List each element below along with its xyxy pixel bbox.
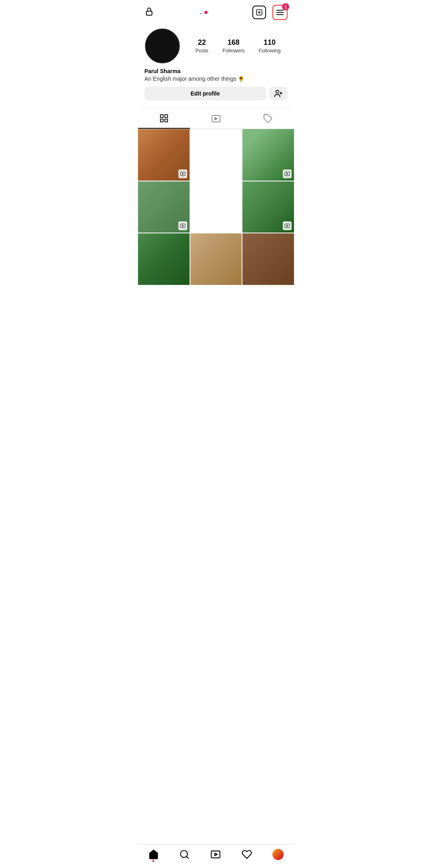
- profile-info: Parul Sharma An English major among othe…: [144, 68, 288, 82]
- following-count: 110: [264, 38, 276, 47]
- avatar[interactable]: [144, 28, 180, 64]
- photo-grid: [138, 129, 294, 285]
- grid-cell[interactable]: [242, 181, 294, 233]
- svg-rect-12: [160, 119, 163, 122]
- posts-label: Posts: [195, 48, 208, 54]
- grid-cell[interactable]: [190, 129, 242, 181]
- followers-stat[interactable]: 168 Followers: [222, 38, 245, 54]
- reels-badge: [178, 169, 187, 178]
- svg-rect-0: [146, 11, 152, 15]
- chevron-down-icon: ⌄: [199, 10, 203, 15]
- tab-grid[interactable]: [138, 109, 190, 129]
- grid-cell[interactable]: [138, 129, 190, 181]
- profile-bio: An English major among other things 🌻: [144, 76, 288, 82]
- profile-name: Parul Sharma: [144, 68, 288, 74]
- username-area[interactable]: ⌄: [199, 10, 208, 15]
- lock-icon: [144, 7, 154, 18]
- tab-tagged[interactable]: [242, 109, 294, 129]
- grid-cell[interactable]: [138, 181, 190, 233]
- svg-rect-11: [165, 115, 168, 117]
- grid-cell[interactable]: [242, 233, 294, 285]
- posts-count: 22: [198, 38, 206, 47]
- followers-label: Followers: [222, 48, 245, 54]
- grid-cell[interactable]: [242, 129, 294, 181]
- top-bar: ⌄ 1: [138, 0, 294, 25]
- grid-cell[interactable]: [190, 233, 242, 285]
- reels-badge: [178, 221, 187, 230]
- tabs-row: [138, 109, 294, 129]
- followers-count: 168: [228, 38, 240, 47]
- action-buttons: Edit profile: [144, 87, 288, 100]
- svg-rect-13: [165, 119, 168, 122]
- tab-reels[interactable]: [190, 109, 242, 129]
- grid-cell[interactable]: [190, 181, 242, 233]
- menu-badge: 1: [282, 3, 289, 10]
- grid-cell[interactable]: [138, 233, 190, 285]
- stats-row: 22 Posts 168 Followers 110 Following: [188, 38, 288, 54]
- menu-button[interactable]: 1: [272, 5, 288, 20]
- reels-badge: [283, 169, 292, 178]
- profile-section: 22 Posts 168 Followers 110 Following Par…: [138, 25, 294, 105]
- following-stat[interactable]: 110 Following: [259, 38, 281, 54]
- svg-rect-10: [160, 115, 163, 117]
- reels-badge: [283, 221, 292, 230]
- posts-stat[interactable]: 22 Posts: [195, 38, 208, 54]
- notification-dot: [204, 11, 208, 14]
- edit-profile-button[interactable]: Edit profile: [144, 87, 266, 100]
- add-post-button[interactable]: [252, 6, 266, 19]
- following-label: Following: [259, 48, 281, 54]
- svg-point-7: [276, 90, 279, 93]
- add-friend-button[interactable]: [269, 87, 288, 100]
